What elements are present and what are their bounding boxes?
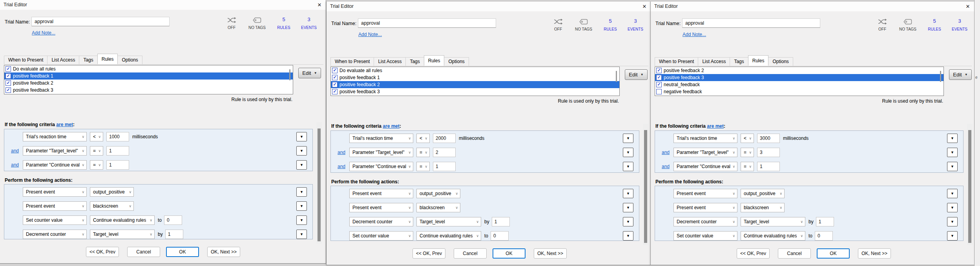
action-type-select[interactable]: Present event∨ [23, 187, 87, 197]
cancel-button[interactable]: Cancel [127, 247, 160, 257]
action-type-select[interactable]: Decrement counter∨ [23, 230, 87, 239]
action-menu-button[interactable]: ▼ [296, 187, 307, 197]
content-scrollbar[interactable] [316, 122, 322, 244]
action-menu-button[interactable]: ▼ [947, 189, 958, 198]
criteria-value-input[interactable] [106, 160, 129, 170]
rule-checkbox[interactable] [656, 89, 662, 94]
scrollbar-thumb[interactable] [968, 130, 971, 243]
ok-button[interactable]: OK [817, 248, 850, 259]
action-value-input[interactable] [164, 215, 182, 225]
ok-button[interactable]: OK [493, 248, 526, 259]
rule-item[interactable]: ✓positive feedback 2 [331, 81, 619, 88]
rule-checkbox[interactable]: ✓ [5, 80, 11, 86]
rule-item[interactable]: ✓positive feedback 3 [4, 87, 293, 94]
criteria-field-select[interactable]: Parameter "Target_level"∨ [349, 148, 413, 157]
action-target-select[interactable]: Continue evaluating rules∨ [90, 215, 155, 225]
tab-tags[interactable]: Tags [79, 56, 97, 64]
tab-tags[interactable]: Tags [405, 57, 424, 66]
rule-item[interactable]: negative feedback [655, 88, 944, 95]
action-type-select[interactable]: Present event∨ [349, 203, 413, 212]
and-link[interactable]: and [11, 148, 19, 154]
rule-item[interactable]: ✓positive feedback 2 [4, 80, 293, 87]
action-menu-button[interactable]: ▼ [296, 230, 307, 239]
action-value-input[interactable] [165, 230, 183, 239]
tags-status[interactable]: NO TAGS [245, 16, 269, 30]
action-menu-button[interactable]: ▼ [296, 201, 307, 211]
tab-list-access[interactable]: List Access [698, 57, 730, 66]
criteria-operator-select[interactable]: =∨ [416, 162, 430, 171]
action-type-select[interactable]: Present event∨ [673, 203, 737, 212]
action-target-select[interactable]: Target_level∨ [741, 217, 805, 226]
criteria-value-input[interactable] [757, 162, 780, 171]
add-note-link[interactable]: Add Note... [683, 32, 706, 37]
ok-next-button[interactable]: OK, Next >> [207, 247, 240, 257]
rule-checkbox[interactable]: ✓ [5, 66, 11, 72]
action-value-input[interactable] [491, 231, 509, 241]
action-target-select[interactable]: output_positive∨ [741, 189, 785, 198]
action-value-input[interactable] [492, 217, 510, 226]
cancel-button[interactable]: Cancel [454, 248, 487, 259]
criteria-field-select[interactable]: Parameter "Continue evalu∨ [349, 162, 413, 171]
action-target-select[interactable]: Target_level∨ [90, 230, 155, 239]
tab-rules[interactable]: Rules [424, 55, 445, 66]
criteria-operator-select[interactable]: =∨ [90, 146, 103, 156]
rule-checkbox[interactable]: ✓ [332, 89, 338, 94]
ok-button[interactable]: OK [166, 247, 199, 257]
action-target-select[interactable]: blackscreen∨ [741, 203, 785, 212]
rules-count-status[interactable]: 5RULES [272, 16, 296, 30]
action-menu-button[interactable]: ▼ [947, 231, 958, 241]
rule-checkbox[interactable]: ✓ [332, 82, 338, 87]
action-menu-button[interactable]: ▼ [623, 189, 633, 198]
rule-checkbox[interactable]: ✓ [656, 75, 662, 80]
trial-name-input[interactable] [31, 17, 170, 26]
criteria-field-select[interactable]: Parameter "Continue evalu∨ [23, 160, 87, 170]
edit-button[interactable]: Edit▼ [298, 68, 321, 78]
criteria-value-input[interactable] [433, 162, 456, 171]
randomize-status[interactable]: OFF [546, 18, 570, 31]
ok-prev-button[interactable]: << OK, Prev [86, 247, 119, 257]
ok-next-button[interactable]: OK, Next >> [858, 248, 891, 259]
content-scrollbar[interactable] [643, 124, 648, 245]
rule-item[interactable]: ✓positive feedback 2 [655, 67, 944, 74]
content-scrollbar[interactable] [967, 124, 973, 245]
action-type-select[interactable]: Present event∨ [23, 201, 87, 211]
tab-list-access[interactable]: List Access [47, 56, 79, 64]
criteria-value-input[interactable] [433, 148, 456, 157]
criteria-menu-button[interactable]: ▼ [623, 162, 633, 171]
criteria-operator-select[interactable]: =∨ [741, 148, 754, 157]
and-link[interactable]: and [662, 164, 670, 169]
criteria-menu-button[interactable]: ▼ [296, 132, 307, 141]
action-value-input[interactable] [815, 231, 833, 241]
action-menu-button[interactable]: ▼ [296, 215, 307, 225]
listbox-scrollbar[interactable] [616, 71, 617, 82]
rule-item[interactable]: ✓Do evaluate all rules [4, 65, 293, 72]
rule-item[interactable]: ✓positive feedback 1 [4, 72, 293, 80]
criteria-operator-select[interactable]: <∨ [741, 134, 754, 143]
action-type-select[interactable]: Set counter value∨ [23, 215, 87, 225]
action-type-select[interactable]: Present event∨ [349, 189, 413, 198]
criteria-menu-button[interactable]: ▼ [623, 148, 633, 157]
trial-name-input[interactable] [358, 18, 496, 28]
tab-tags[interactable]: Tags [730, 57, 748, 66]
tab-when-to-present[interactable]: When to Present [655, 57, 698, 66]
criteria-field-select[interactable]: Trial's reaction time∨ [23, 132, 87, 141]
add-note-link[interactable]: Add Note... [358, 32, 382, 37]
rules-listbox[interactable]: ✓Do evaluate all rules✓positive feedback… [330, 67, 620, 96]
action-type-select[interactable]: Decrement counter∨ [673, 217, 737, 226]
are-met-link[interactable]: are met [707, 123, 724, 129]
events-count-status[interactable]: 3EVENTS [297, 16, 321, 30]
ok-prev-button[interactable]: << OK, Prev [412, 248, 445, 259]
rule-item[interactable]: ✓Do evaluate all rules [331, 67, 619, 74]
and-link[interactable]: and [662, 150, 670, 155]
rule-checkbox[interactable]: ✓ [656, 68, 662, 73]
action-target-select[interactable]: output_positive∨ [416, 189, 460, 198]
action-menu-button[interactable]: ▼ [623, 217, 633, 226]
criteria-field-select[interactable]: Trial's reaction time∨ [349, 134, 413, 143]
close-button[interactable]: ✕ [964, 2, 972, 11]
criteria-field-select[interactable]: Parameter "Continue evalu∨ [673, 162, 737, 171]
rule-item[interactable]: ✓positive feedback 3 [331, 88, 619, 95]
criteria-menu-button[interactable]: ▼ [947, 162, 958, 171]
and-link[interactable]: and [338, 164, 345, 169]
action-target-select[interactable]: Continue evaluating rules∨ [741, 231, 805, 241]
and-link[interactable]: and [338, 150, 345, 155]
